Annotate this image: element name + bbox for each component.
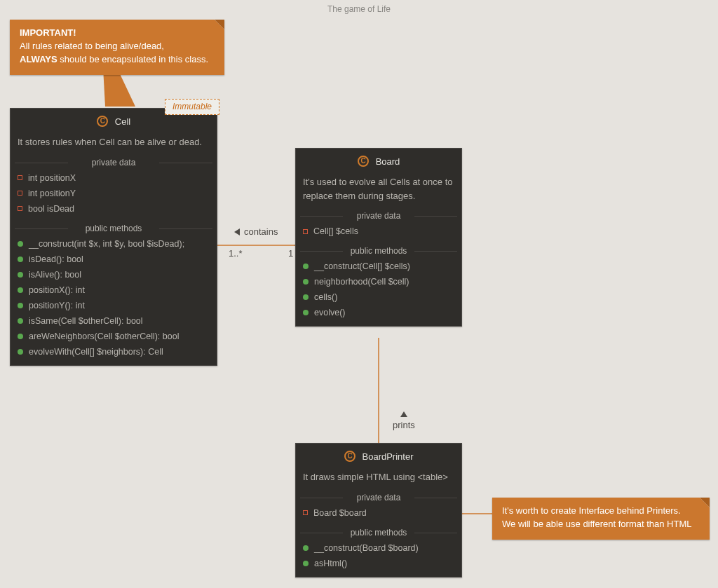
section-public: public methods xyxy=(296,245,461,257)
class-name-cell: Cell xyxy=(115,116,130,127)
method-icon xyxy=(18,257,23,262)
triangle-left-icon xyxy=(234,228,240,235)
member-text: __construct(Board $board) xyxy=(314,543,419,553)
section-private: private data xyxy=(296,491,461,504)
triangle-up-icon xyxy=(400,411,407,417)
field-icon xyxy=(303,510,308,515)
class-board: C Board It's used to evolve all Cells at… xyxy=(295,148,462,327)
class-cell: C Cell Immutable It stores rules when Ce… xyxy=(10,108,217,366)
member-text: __construct(Cell[] $cells) xyxy=(314,261,410,271)
member-text: asHtml() xyxy=(314,559,347,568)
note-line2: All rules related to being alive/dead, xyxy=(20,40,215,53)
diagram-title: The game of Life xyxy=(0,4,718,14)
mult-one: 1 xyxy=(288,248,293,259)
member-text: areWeNeighbors(Cell $otherCell): bool xyxy=(29,331,179,341)
note-line1: IMPORTANT! xyxy=(20,27,76,38)
member-text: evolve() xyxy=(314,308,345,317)
method-icon xyxy=(18,241,23,247)
cell-fields: int positionX int positionY bool isDead xyxy=(11,169,217,222)
method-icon xyxy=(303,561,309,566)
note-line3-strong: ALWAYS xyxy=(20,54,57,64)
class-icon: C xyxy=(358,156,369,167)
section-public: public methods xyxy=(11,222,217,235)
note2-line2: We will be able use different format tha… xyxy=(502,518,700,531)
class-name-board: Board xyxy=(376,156,400,167)
member-text: neighborhood(Cell $cell) xyxy=(314,277,409,287)
member-text: cells() xyxy=(314,292,337,302)
member-text: Cell[] $cells xyxy=(313,226,358,236)
assoc-prints: prints xyxy=(393,411,415,430)
field-icon xyxy=(18,191,22,196)
note-cell-important: IMPORTANT! All rules related to being al… xyxy=(10,20,224,75)
assoc-contains-text: contains xyxy=(244,226,278,237)
method-icon xyxy=(18,318,23,324)
method-icon xyxy=(303,294,309,300)
member-text: evolveWith(Cell[] $neighbors): Cell xyxy=(29,347,163,357)
method-icon xyxy=(18,303,23,308)
method-icon xyxy=(303,279,309,285)
field-icon xyxy=(18,175,22,180)
member-text: __construct(int $x, int $y, bool $isDead… xyxy=(29,239,184,249)
printer-fields: Board $board xyxy=(296,504,461,526)
member-text: Board $board xyxy=(313,508,367,518)
method-icon xyxy=(18,287,23,293)
method-icon xyxy=(18,272,23,278)
assoc-prints-text: prints xyxy=(393,420,415,430)
note2-line1: It's worth to create Interface behind Pr… xyxy=(502,505,700,518)
member-text: isDead(): bool xyxy=(29,254,83,264)
section-private: private data xyxy=(296,210,461,222)
method-icon xyxy=(303,310,309,315)
field-icon xyxy=(303,229,308,234)
board-methods: __construct(Cell[] $cells) neighborhood(… xyxy=(296,257,461,326)
member-text: bool isDead xyxy=(28,204,74,214)
section-public: public methods xyxy=(296,526,461,539)
class-boardprinter: C BoardPrinter It draws simple HTML usin… xyxy=(295,443,462,577)
printer-methods: __construct(Board $board) asHtml() xyxy=(296,539,461,577)
member-text: positionY(): int xyxy=(29,301,85,310)
member-text: isAlive(): bool xyxy=(29,270,81,280)
member-text: int positionY xyxy=(28,189,76,198)
member-text: int positionX xyxy=(28,173,76,183)
cell-methods: __construct(int $x, int $y, bool $isDead… xyxy=(11,235,217,365)
method-icon xyxy=(303,264,309,269)
method-icon xyxy=(18,349,23,355)
member-text: positionX(): int xyxy=(29,285,85,295)
section-private: private data xyxy=(11,156,217,169)
method-icon xyxy=(18,334,23,339)
class-cell-desc: It stores rules when Cell can be alive o… xyxy=(11,132,217,156)
immutable-tag: Immutable xyxy=(165,99,219,115)
note-line3-rest: should be encapsulated in this class. xyxy=(57,54,208,64)
class-printer-desc: It draws simple HTML using <table> xyxy=(296,467,461,491)
board-fields: Cell[] $cells xyxy=(296,222,461,245)
mult-many: 1..* xyxy=(229,248,243,259)
class-name-printer: BoardPrinter xyxy=(363,451,414,462)
method-icon xyxy=(303,545,309,551)
note-printer-interface: It's worth to create Interface behind Pr… xyxy=(492,498,710,540)
class-icon: C xyxy=(344,451,355,462)
class-board-desc: It's used to evolve all Cells at once to… xyxy=(296,172,461,210)
field-icon xyxy=(18,206,22,211)
class-icon: C xyxy=(97,116,108,127)
assoc-contains: contains xyxy=(234,226,278,237)
member-text: isSame(Cell $otherCell): bool xyxy=(29,316,143,326)
